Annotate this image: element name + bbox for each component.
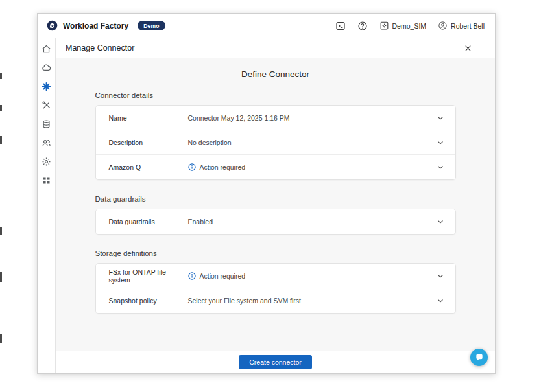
row-description[interactable]: Description No description	[96, 130, 455, 155]
user-name: Robert Bell	[451, 22, 485, 30]
clipped-background-text	[0, 334, 2, 343]
row-label: Amazon Q	[109, 163, 188, 171]
chat-widget-button[interactable]	[470, 349, 488, 366]
row-amazon-q[interactable]: Amazon Q Action required	[96, 155, 455, 179]
content-area: Define Connector Connector details Name …	[56, 58, 495, 351]
create-connector-button[interactable]: Create connector	[239, 355, 312, 369]
app-window: Workload Factory Demo Demo_SIM Robert Be…	[37, 13, 496, 374]
user-menu[interactable]: Robert Bell	[438, 21, 485, 30]
top-right-cluster: Demo_SIM Robert Bell	[335, 21, 485, 31]
brand: Workload Factory Demo	[47, 20, 165, 31]
sidebar	[38, 38, 56, 373]
clipped-background-text	[0, 105, 2, 111]
clipped-background-text	[0, 73, 2, 79]
row-label: Description	[109, 139, 188, 146]
workspace-icon	[379, 21, 389, 30]
row-value: Connector May 12, 2025 1:16 PM	[188, 114, 436, 122]
row-value: Action required	[188, 163, 436, 171]
help-icon[interactable]	[357, 21, 368, 31]
user-icon	[438, 21, 448, 30]
info-icon	[188, 272, 196, 280]
demo-badge: Demo	[138, 21, 165, 30]
chat-icon	[475, 353, 484, 362]
users-icon[interactable]	[42, 138, 52, 148]
page-header: Manage Connector	[56, 38, 495, 58]
row-data-guardrails[interactable]: Data guardrails Enabled	[96, 209, 455, 234]
clipped-background-text	[0, 136, 2, 144]
row-value-text: Enabled	[188, 218, 213, 225]
home-icon[interactable]	[42, 44, 52, 54]
settings-gear-icon[interactable]	[42, 157, 52, 167]
clipped-background-text	[0, 227, 2, 235]
workspace-selector[interactable]: Demo_SIM	[379, 21, 427, 30]
page-title: Manage Connector	[66, 43, 464, 52]
row-value: Action required	[188, 272, 436, 280]
chevron-down-icon[interactable]	[436, 138, 445, 147]
row-snapshot-policy[interactable]: Snapshot policy Select your File system …	[96, 288, 455, 313]
workload-factory-logo-icon	[47, 20, 58, 31]
tools-icon[interactable]	[42, 100, 52, 111]
row-label: Snapshot policy	[109, 297, 188, 305]
section-label-data-guardrails: Data guardrails	[95, 195, 456, 203]
row-value-text: Select your File system and SVM first	[188, 297, 301, 305]
section-label-storage-definitions: Storage definitions	[95, 249, 456, 257]
chevron-down-icon[interactable]	[436, 271, 445, 281]
apps-grid-icon[interactable]	[42, 176, 52, 186]
row-value: Enabled	[188, 218, 436, 225]
workspace-name: Demo_SIM	[392, 22, 427, 30]
clipped-background-text	[0, 272, 2, 282]
storage-definitions-card: FSx for ONTAP file system Action require…	[95, 263, 456, 314]
cloud-icon[interactable]	[42, 63, 52, 73]
row-value: No description	[188, 139, 436, 146]
database-icon[interactable]	[42, 119, 52, 130]
terminal-icon[interactable]	[335, 21, 346, 31]
row-label: Data guardrails	[109, 218, 188, 225]
row-value: Select your File system and SVM first	[188, 297, 436, 305]
info-icon	[188, 163, 196, 171]
section-label-connector-details: Connector details	[95, 91, 456, 99]
chevron-down-icon[interactable]	[436, 217, 445, 226]
top-bar: Workload Factory Demo Demo_SIM Robert Be…	[38, 14, 495, 38]
define-connector-heading: Define Connector	[95, 69, 456, 79]
row-value-text: Action required	[200, 272, 246, 280]
row-value-text: Connector May 12, 2025 1:16 PM	[188, 114, 290, 122]
app-title: Workload Factory	[63, 21, 128, 30]
data-guardrails-card: Data guardrails Enabled	[95, 209, 456, 235]
row-label: Name	[109, 114, 188, 122]
connectors-icon[interactable]	[42, 82, 52, 92]
row-name[interactable]: Name Connector May 12, 2025 1:16 PM	[96, 106, 455, 130]
connector-details-card: Name Connector May 12, 2025 1:16 PM Desc…	[95, 105, 456, 180]
row-value-text: Action required	[200, 163, 246, 171]
row-value-text: No description	[188, 139, 232, 146]
row-fsx-file-system[interactable]: FSx for ONTAP file system Action require…	[96, 264, 455, 288]
chevron-down-icon[interactable]	[436, 113, 445, 122]
chevron-down-icon[interactable]	[436, 296, 445, 305]
row-label: FSx for ONTAP file system	[109, 268, 188, 284]
close-icon[interactable]	[464, 43, 473, 52]
chevron-down-icon[interactable]	[436, 163, 445, 172]
footer-bar: Create connector	[56, 351, 495, 373]
